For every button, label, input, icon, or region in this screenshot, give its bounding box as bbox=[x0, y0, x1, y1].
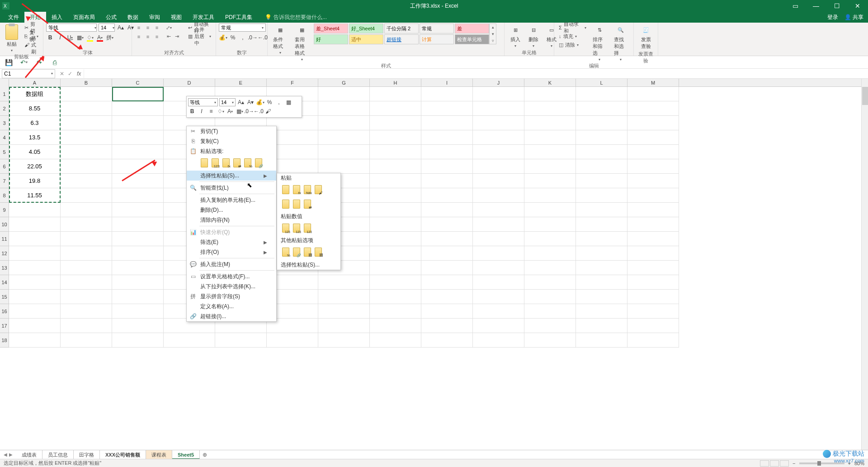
cell-B1[interactable] bbox=[61, 87, 112, 101]
scrollbar-thumb[interactable] bbox=[862, 87, 868, 105]
cell-H9[interactable] bbox=[370, 203, 421, 217]
cell-B6[interactable] bbox=[61, 159, 112, 174]
cell-C9[interactable] bbox=[112, 203, 164, 217]
mini-comma-icon[interactable]: , bbox=[275, 98, 283, 106]
tab-pdf-tools[interactable]: PDF工具集 bbox=[220, 12, 258, 23]
mini-decrease-font-icon[interactable]: A▾ bbox=[246, 98, 255, 106]
cell-I13[interactable] bbox=[421, 261, 473, 275]
cell-K11[interactable] bbox=[524, 232, 576, 246]
cell-K18[interactable] bbox=[524, 333, 576, 348]
cell-K16[interactable] bbox=[524, 304, 576, 319]
cell-M11[interactable] bbox=[627, 232, 679, 246]
save-icon[interactable]: 💾 bbox=[4, 57, 14, 67]
mini-increase-font-icon[interactable]: A▴ bbox=[237, 98, 245, 106]
row-header-8[interactable]: 8 bbox=[0, 188, 9, 203]
cell-M6[interactable] bbox=[627, 159, 679, 174]
style-normal[interactable]: 常规 bbox=[420, 24, 454, 33]
row-header-16[interactable]: 16 bbox=[0, 304, 9, 319]
submenu-paste-keep-widths-icon[interactable] bbox=[292, 198, 302, 210]
cell-H17[interactable] bbox=[370, 319, 421, 333]
fill-button[interactable]: ↓填充▾ bbox=[557, 32, 588, 40]
cm-delete[interactable]: 删除(D)... bbox=[187, 205, 276, 215]
phonetic-button[interactable]: 拼▾ bbox=[106, 33, 114, 42]
row-header-1[interactable]: 1 bbox=[0, 87, 9, 101]
tab-review[interactable]: 审阅 bbox=[144, 12, 165, 23]
cell-styles-gallery[interactable]: 差_Sheet4 好_Sheet4 千位分隔 2 常规 差 好 适中 超链接 计… bbox=[314, 24, 489, 44]
cell-A12[interactable] bbox=[9, 246, 61, 261]
mini-border-dropdown-icon[interactable]: ▦▾ bbox=[236, 107, 244, 115]
zoom-slider[interactable] bbox=[799, 462, 844, 464]
submenu-paste-link-icon[interactable]: 🔗 bbox=[292, 246, 302, 258]
cell-C8[interactable] bbox=[112, 188, 164, 203]
cell-H12[interactable] bbox=[370, 246, 421, 261]
cell-J9[interactable] bbox=[473, 203, 524, 217]
cell-J17[interactable] bbox=[473, 319, 524, 333]
style-bad-sheet4[interactable]: 差_Sheet4 bbox=[314, 24, 348, 33]
submenu-paste-values-numfmt-icon[interactable]: 123 bbox=[292, 222, 302, 234]
comma-format-icon[interactable]: , bbox=[239, 33, 247, 42]
cell-A11[interactable] bbox=[9, 232, 61, 246]
submenu-paste-no-borders-icon[interactable] bbox=[281, 198, 291, 210]
tell-me-search[interactable]: 💡 告诉我您想要做什么... bbox=[265, 14, 327, 21]
cell-I1[interactable] bbox=[421, 87, 473, 101]
paste-option-transpose-icon[interactable]: ⇄ bbox=[232, 157, 242, 169]
cell-I4[interactable] bbox=[421, 130, 473, 145]
fx-icon[interactable]: fx bbox=[77, 71, 84, 77]
cell-A17[interactable] bbox=[9, 319, 61, 333]
cell-L13[interactable] bbox=[576, 261, 627, 275]
cell-B8[interactable] bbox=[61, 188, 112, 203]
cell-H3[interactable] bbox=[370, 116, 421, 130]
cell-I11[interactable] bbox=[421, 232, 473, 246]
ribbon-display-options-icon[interactable]: ▭ bbox=[785, 0, 806, 12]
cell-M4[interactable] bbox=[627, 130, 679, 145]
cm-insert-comment[interactable]: 💬插入批注(M) bbox=[187, 259, 276, 269]
login-link[interactable]: 登录 bbox=[827, 14, 838, 21]
cell-A7[interactable]: 19.8 bbox=[9, 174, 61, 188]
cm-smart-lookup[interactable]: 🔍智能查找(L) bbox=[187, 183, 276, 193]
cell-M16[interactable] bbox=[627, 304, 679, 319]
cm-show-phonetic[interactable]: 拼显示拼音字段(S) bbox=[187, 291, 276, 301]
cell-A15[interactable] bbox=[9, 290, 61, 304]
paste-button[interactable]: 粘贴 ▾ bbox=[3, 24, 21, 53]
sheet-tab-3[interactable]: 田字格 bbox=[74, 450, 100, 459]
cell-L7[interactable] bbox=[576, 174, 627, 188]
cell-G17[interactable] bbox=[318, 319, 370, 333]
cell-J18[interactable] bbox=[473, 333, 524, 348]
cell-J1[interactable] bbox=[473, 87, 524, 101]
cm-filter[interactable]: 筛选(E)▶ bbox=[187, 237, 276, 247]
cell-K5[interactable] bbox=[524, 145, 576, 159]
cell-L4[interactable] bbox=[576, 130, 627, 145]
cell-M15[interactable] bbox=[627, 290, 679, 304]
undo-icon[interactable]: ↶▾ bbox=[19, 57, 29, 67]
cell-K9[interactable] bbox=[524, 203, 576, 217]
close-button[interactable]: ✕ bbox=[847, 0, 868, 12]
mini-fill-color-icon[interactable]: ♢▾ bbox=[217, 107, 225, 115]
cell-L1[interactable] bbox=[576, 87, 627, 101]
cm-clear-contents[interactable]: 清除内容(N) bbox=[187, 215, 276, 225]
cell-C6[interactable] bbox=[112, 159, 164, 174]
cell-B5[interactable] bbox=[61, 145, 112, 159]
mini-increase-decimal-icon[interactable]: .0→ bbox=[245, 107, 253, 115]
maximize-button[interactable]: ☐ bbox=[826, 0, 847, 12]
cell-M3[interactable] bbox=[627, 116, 679, 130]
cell-A6[interactable]: 22.05 bbox=[9, 159, 61, 174]
cell-M18[interactable] bbox=[627, 333, 679, 348]
cell-C17[interactable] bbox=[112, 319, 164, 333]
cell-I6[interactable] bbox=[421, 159, 473, 174]
font-color-button[interactable]: A▾ bbox=[96, 33, 104, 42]
row-header-7[interactable]: 7 bbox=[0, 174, 9, 188]
cell-C13[interactable] bbox=[112, 261, 164, 275]
column-header-G[interactable]: G bbox=[318, 79, 370, 86]
cancel-formula-icon[interactable]: ✕ bbox=[60, 71, 64, 77]
minimize-button[interactable]: — bbox=[806, 0, 826, 12]
submenu-paste-values-icon[interactable]: 123 bbox=[281, 222, 291, 234]
row-header-2[interactable]: 2 bbox=[0, 101, 9, 116]
cell-M10[interactable] bbox=[627, 217, 679, 232]
cell-K12[interactable] bbox=[524, 246, 576, 261]
cell-I7[interactable] bbox=[421, 174, 473, 188]
style-good[interactable]: 好 bbox=[314, 34, 348, 44]
cell-M7[interactable] bbox=[627, 174, 679, 188]
mini-size-select[interactable]: 14▾ bbox=[219, 98, 236, 106]
tab-view[interactable]: 视图 bbox=[165, 12, 187, 23]
cell-G1[interactable] bbox=[318, 87, 370, 101]
